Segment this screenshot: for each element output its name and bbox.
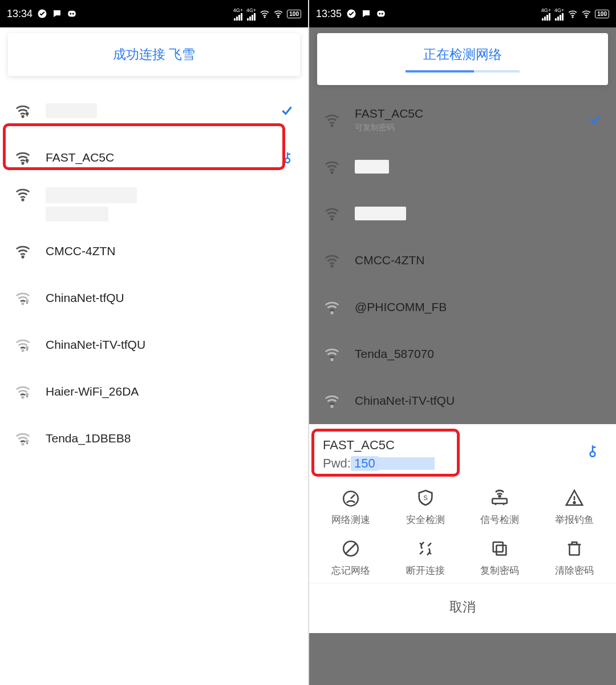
action-report-phishing[interactable]: 举报钓鱼 — [537, 488, 612, 526]
sim1-label: 4G+ — [541, 7, 551, 13]
signal-bars-icon — [555, 13, 564, 21]
svg-point-34 — [590, 452, 595, 457]
loading-bar — [406, 70, 520, 72]
wifi-row[interactable] — [309, 190, 616, 237]
action-clear-password[interactable]: 清除密码 — [537, 539, 612, 577]
unlink-icon — [416, 539, 435, 558]
svg-point-39 — [573, 502, 575, 503]
wifi-signal-icon — [323, 205, 341, 222]
svg-point-25 — [573, 17, 574, 18]
action-disconnect[interactable]: 断开连接 — [388, 539, 463, 577]
svg-point-12 — [22, 256, 24, 258]
wifi-row[interactable] — [0, 181, 308, 228]
wifi-signal-icon — [14, 186, 32, 203]
wifi-icon — [260, 9, 270, 19]
wifi-row[interactable]: @PHICOMM_FB — [309, 284, 616, 331]
svg-text:S: S — [423, 494, 428, 501]
wifi-row[interactable]: ChinaNet-iTV-tfQU — [0, 321, 308, 368]
key-icon — [585, 444, 600, 461]
svg-point-18 — [26, 394, 28, 396]
annotation-highlight — [3, 123, 285, 170]
svg-rect-43 — [569, 545, 579, 555]
svg-point-28 — [331, 172, 333, 174]
wifi-subtitle: 可复制密码 — [355, 123, 587, 133]
wifi-row[interactable]: CMCC-4ZTN — [309, 237, 616, 284]
wifi-signal-icon — [323, 252, 341, 269]
svg-point-33 — [331, 406, 333, 408]
connected-check-icon — [587, 112, 602, 127]
action-signal-check[interactable]: 信号检测 — [463, 488, 537, 526]
ban-icon — [341, 539, 360, 558]
wifi-list: FAST_AC5C 可复制密码 — [309, 96, 616, 424]
wifi-row[interactable] — [309, 143, 616, 190]
wifi-row[interactable]: Tenda_587070 — [309, 331, 616, 377]
svg-point-26 — [586, 17, 587, 18]
svg-point-19 — [22, 444, 24, 445]
action-speed-test[interactable]: 网络测速 — [314, 488, 388, 526]
connection-banner: 成功连接 飞雪 — [8, 33, 300, 76]
wifi-row[interactable]: Haier-WiFi_26DA — [0, 368, 308, 415]
svg-point-3 — [72, 13, 74, 15]
svg-point-6 — [22, 116, 24, 118]
cancel-button[interactable]: 取消 — [309, 583, 616, 633]
wifi-signal-icon — [14, 243, 32, 260]
svg-point-20 — [26, 441, 28, 442]
svg-rect-22 — [377, 11, 385, 17]
wifi-row[interactable]: CMCC-4ZTN — [0, 228, 308, 275]
wifi-signal-icon — [14, 102, 32, 119]
chat-bubble-icon — [361, 9, 371, 19]
trash-icon — [565, 539, 584, 558]
redacted-ssid — [46, 207, 108, 221]
connection-banner: 正在检测网络 — [317, 33, 608, 85]
copy-icon — [490, 539, 509, 558]
svg-rect-42 — [493, 542, 503, 552]
wifi-row[interactable]: ChinaNet-iTV-tfQU — [309, 377, 616, 424]
action-copy-password[interactable]: 复制密码 — [463, 539, 537, 577]
redacted-ssid — [355, 160, 389, 174]
sim2-label: 4G+ — [554, 7, 564, 13]
wifi-signal-icon — [14, 430, 32, 447]
svg-point-38 — [499, 495, 501, 497]
wifi-icon — [568, 9, 578, 19]
action-security-check[interactable]: S 安全检测 — [388, 488, 463, 526]
wifi-signal-icon — [14, 336, 32, 353]
wifi-ssid: @PHICOMM_FB — [355, 300, 602, 314]
svg-point-16 — [26, 347, 28, 349]
wifi-ssid: Tenda_587070 — [355, 347, 602, 361]
wifi-ssid: Tenda_1DBEB8 — [46, 432, 294, 445]
gauge-icon — [341, 488, 360, 507]
wifi-row[interactable]: ChinaNet-tfQU — [0, 275, 308, 321]
sim1-label: 4G+ — [233, 7, 243, 13]
wifi-row[interactable]: FAST_AC5C 可复制密码 — [309, 96, 616, 143]
battery-icon: 100 — [287, 10, 301, 18]
svg-rect-37 — [493, 498, 508, 503]
annotation-highlight — [311, 429, 460, 477]
check-circle-icon — [346, 9, 356, 19]
signal-bars-icon — [234, 13, 242, 21]
router-icon — [490, 488, 509, 507]
svg-point-32 — [331, 359, 333, 361]
svg-point-4 — [265, 17, 266, 18]
svg-point-29 — [331, 219, 333, 220]
signal-bars-icon — [247, 13, 256, 21]
svg-point-7 — [26, 113, 28, 115]
status-time: 13:34 — [7, 8, 33, 20]
panda-icon — [376, 9, 386, 19]
action-forget-network[interactable]: 忘记网络 — [314, 539, 388, 577]
check-circle-icon — [37, 9, 47, 19]
wifi-signal-icon — [14, 289, 32, 307]
connected-check-icon — [279, 103, 294, 118]
wifi-row[interactable]: Tenda_1DBEB8 — [0, 415, 308, 462]
alert-triangle-icon — [565, 488, 584, 507]
signal-bars-icon — [542, 13, 550, 21]
status-bar: 13:35 4G+ 4G+ 100 — [309, 0, 616, 27]
svg-point-10 — [285, 158, 290, 163]
svg-point-13 — [22, 303, 24, 305]
svg-point-27 — [331, 125, 333, 127]
chat-bubble-icon — [52, 9, 62, 19]
status-bar: 13:34 4G+ 4G+ 100 — [0, 0, 308, 27]
svg-point-11 — [22, 199, 24, 201]
action-grid: 网络测速 S 安全检测 信号检测 举报钓鱼 忘记网络 — [309, 480, 616, 583]
wifi-ssid: CMCC-4ZTN — [355, 253, 602, 267]
wifi-signal-icon — [14, 383, 32, 400]
